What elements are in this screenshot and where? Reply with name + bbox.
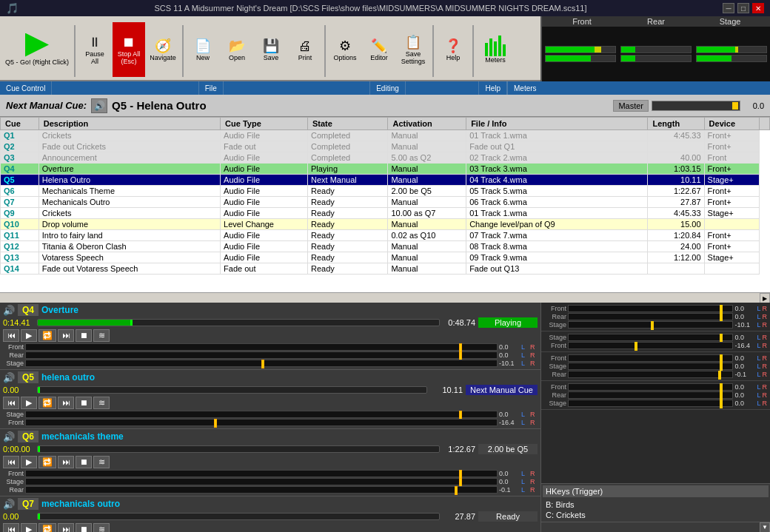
- mixer-R-btn[interactable]: R: [763, 342, 768, 349]
- loop-btn[interactable]: 🔁: [38, 523, 56, 532]
- stop-btn[interactable]: ⏹: [76, 456, 92, 468]
- mixer-L-btn[interactable]: L: [757, 354, 760, 362]
- help-button[interactable]: ❓ Help: [437, 22, 469, 77]
- fader-L-btn[interactable]: L: [521, 486, 529, 494]
- mixer-R-btn[interactable]: R: [763, 334, 768, 341]
- loop-btn[interactable]: 🔁: [38, 329, 56, 342]
- fader-track[interactable]: [25, 470, 498, 477]
- play-btn[interactable]: ▶: [21, 329, 37, 342]
- mixer-scroll-down[interactable]: ▼: [760, 522, 770, 533]
- prev-btn[interactable]: ⏮: [3, 397, 19, 409]
- mixer-R-btn[interactable]: R: [763, 371, 768, 378]
- fader-L-btn[interactable]: L: [521, 411, 529, 418]
- open-button[interactable]: 📂 Open: [221, 22, 253, 77]
- fader-L-btn[interactable]: L: [521, 351, 529, 359]
- mixer-R-btn[interactable]: R: [763, 321, 768, 329]
- prev-btn[interactable]: ⏮: [3, 456, 19, 468]
- fade-btn[interactable]: ≋: [93, 523, 110, 532]
- fader-R-btn[interactable]: R: [530, 470, 538, 477]
- pause-button[interactable]: ⏸ PauseAll: [78, 22, 111, 77]
- play-btn[interactable]: ▶: [21, 397, 37, 409]
- next-btn[interactable]: ⏭: [58, 329, 74, 342]
- mixer-fader-track[interactable]: [568, 321, 733, 329]
- fader-track[interactable]: [25, 478, 498, 485]
- options-button[interactable]: ⚙ Options: [329, 22, 361, 77]
- fader-track[interactable]: [25, 343, 498, 351]
- mixer-L-btn[interactable]: L: [757, 363, 760, 370]
- fader-L-btn[interactable]: L: [521, 419, 529, 426]
- fader-R-btn[interactable]: R: [530, 419, 538, 426]
- fader-R-btn[interactable]: R: [530, 486, 538, 494]
- table-row[interactable]: Q12 Titania & Oberon Clash Audio File Re…: [1, 241, 770, 252]
- table-row[interactable]: Q11 Intro to fairy land Audio File Ready…: [1, 230, 770, 241]
- table-row[interactable]: Q6 Mechanicals Theme Audio File Ready 2.…: [1, 186, 770, 197]
- fader-R-btn[interactable]: R: [530, 478, 538, 485]
- prev-btn[interactable]: ⏮: [3, 523, 19, 532]
- save-button[interactable]: 💾 Save: [255, 22, 287, 77]
- go-button[interactable]: Q5 - Go! (Right Click): [3, 22, 71, 77]
- fader-L-btn[interactable]: L: [521, 478, 529, 485]
- save-settings-button[interactable]: 📋 SaveSettings: [397, 22, 429, 77]
- fader-track[interactable]: [25, 411, 498, 418]
- meters-button[interactable]: Meters: [477, 22, 514, 77]
- mixer-fader-track[interactable]: [568, 371, 733, 378]
- mixer-R-btn[interactable]: R: [763, 313, 768, 320]
- table-row[interactable]: Q2 Fade out Crickets Fade out Completed …: [1, 141, 770, 152]
- mixer-L-btn[interactable]: L: [757, 342, 760, 349]
- fade-btn[interactable]: ≋: [93, 456, 110, 468]
- maximize-button[interactable]: □: [737, 3, 749, 13]
- table-row[interactable]: Q1 Crickets Audio File Completed Manual …: [1, 130, 770, 141]
- fader-R-btn[interactable]: R: [530, 360, 538, 367]
- mixer-L-btn[interactable]: L: [757, 371, 760, 378]
- navigate-button[interactable]: 🧭 Navigate: [147, 22, 179, 77]
- table-row[interactable]: Q7 Mechanicals Outro Audio File Ready Ma…: [1, 197, 770, 208]
- fader-track[interactable]: [25, 486, 498, 494]
- fader-R-btn[interactable]: R: [530, 351, 538, 359]
- fader-L-btn[interactable]: L: [521, 470, 529, 477]
- mixer-R-btn[interactable]: R: [763, 305, 768, 312]
- fader-R-btn[interactable]: R: [530, 343, 538, 351]
- next-btn[interactable]: ⏭: [58, 456, 74, 468]
- close-button[interactable]: ✕: [752, 3, 764, 13]
- minimize-button[interactable]: ─: [723, 3, 734, 13]
- loop-btn[interactable]: 🔁: [38, 456, 56, 468]
- play-btn[interactable]: ▶: [21, 523, 37, 532]
- mixer-L-btn[interactable]: L: [757, 313, 760, 320]
- master-slider[interactable]: [652, 101, 740, 111]
- mixer-fader-track[interactable]: [568, 342, 733, 349]
- fader-track[interactable]: [25, 351, 498, 359]
- mixer-fader-track[interactable]: [568, 313, 733, 320]
- fader-track[interactable]: [25, 419, 498, 426]
- table-row[interactable]: Q14 Fade out Votaress Speech Fade out Re…: [1, 263, 770, 275]
- mixer-L-btn[interactable]: L: [757, 383, 760, 391]
- mixer-R-btn[interactable]: R: [763, 383, 768, 391]
- fader-R-btn[interactable]: R: [530, 411, 538, 418]
- mixer-R-btn[interactable]: R: [763, 391, 768, 399]
- fade-btn[interactable]: ≋: [93, 329, 110, 342]
- mixer-L-btn[interactable]: L: [757, 321, 760, 329]
- mixer-L-btn[interactable]: L: [757, 305, 760, 312]
- mixer-fader-track[interactable]: [568, 363, 733, 370]
- fader-L-btn[interactable]: L: [521, 360, 529, 367]
- table-row[interactable]: Q4 Overture Audio File Playing Manual 03…: [1, 164, 770, 175]
- fader-L-btn[interactable]: L: [521, 343, 529, 351]
- table-row[interactable]: Q13 Votaress Speech Audio File Ready Man…: [1, 252, 770, 263]
- prev-btn[interactable]: ⏮: [3, 329, 19, 342]
- print-button[interactable]: 🖨 Print: [289, 22, 321, 77]
- next-btn[interactable]: ⏭: [58, 523, 74, 532]
- table-row[interactable]: Q5 Helena Outro Audio File Next Manual M…: [1, 175, 770, 186]
- mixer-L-btn[interactable]: L: [757, 391, 760, 399]
- mixer-fader-track[interactable]: [568, 305, 733, 312]
- table-row[interactable]: Q3 Announcement Audio File Completed 5.0…: [1, 152, 770, 164]
- mixer-fader-track[interactable]: [568, 400, 733, 407]
- mixer-L-btn[interactable]: L: [757, 334, 760, 341]
- mixer-R-btn[interactable]: R: [763, 354, 768, 362]
- stop-btn[interactable]: ⏹: [76, 523, 92, 532]
- stop-btn[interactable]: ⏹: [76, 397, 92, 409]
- play-btn[interactable]: ▶: [21, 456, 37, 468]
- mixer-fader-track[interactable]: [568, 334, 733, 341]
- editor-button[interactable]: ✏️ Editor: [363, 22, 395, 77]
- scroll-right-btn[interactable]: ▶: [760, 293, 770, 303]
- mixer-fader-track[interactable]: [568, 383, 733, 391]
- mixer-fader-track[interactable]: [568, 354, 733, 362]
